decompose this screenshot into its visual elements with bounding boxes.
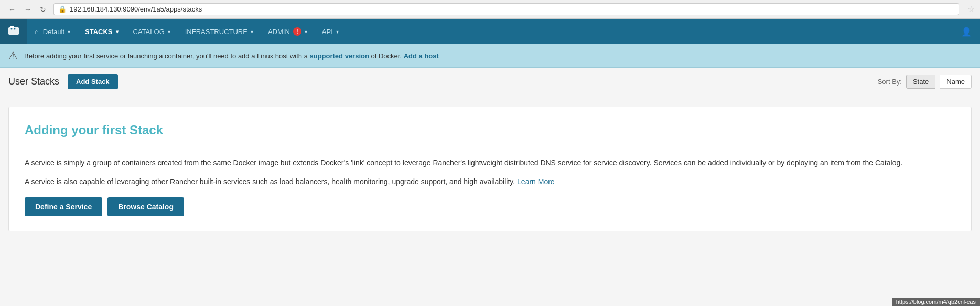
card-actions: Define a Service Browse Catalog (25, 197, 955, 216)
api-label: API (322, 28, 333, 36)
card-divider (25, 147, 955, 147)
warning-icon: ⚠ (8, 49, 18, 62)
svg-point-3 (14, 28, 16, 30)
admin-alert-badge: ! (293, 27, 301, 36)
add-host-link[interactable]: Add a host (404, 52, 439, 60)
browser-nav-buttons: ← → ↻ (5, 4, 49, 15)
browser-chrome: ← → ↻ 🔒 192.168.184.130:9090/env/1a5/app… (0, 0, 980, 19)
svg-rect-0 (8, 27, 19, 35)
back-button[interactable]: ← (5, 4, 19, 15)
warning-banner: ⚠ Before adding your first service or la… (0, 44, 980, 68)
catalog-caret-icon: ▾ (168, 29, 170, 35)
home-caret-icon: ▾ (68, 29, 70, 35)
warning-text-before: Before adding your first service or laun… (24, 52, 309, 60)
admin-caret-icon: ▾ (305, 29, 307, 35)
nav-home-label: Default (43, 28, 64, 36)
logo[interactable] (0, 19, 27, 44)
top-nav: ⌂ Default ▾ STACKS ▾ CATALOG ▾ INFRASTRU… (0, 19, 980, 44)
main-content: Adding your first Stack A service is sim… (0, 96, 980, 242)
nav-user-button[interactable]: 👤 (953, 27, 980, 37)
page-header: User Stacks Add Stack Sort By: State Nam… (0, 68, 980, 96)
sort-controls: Sort By: State Name (878, 75, 972, 89)
card-description-1: A service is simply a group of container… (25, 157, 955, 168)
stacks-label: STACKS (85, 28, 112, 36)
card-title: Adding your first Stack (25, 123, 955, 138)
nav-item-infrastructure[interactable]: INFRASTRUCTURE ▾ (178, 19, 261, 44)
url-text: 192.168.184.130:9090/env/1a5/apps/stacks (70, 5, 202, 13)
svg-rect-1 (10, 26, 14, 28)
nav-item-api[interactable]: API ▾ (315, 19, 346, 44)
admin-label: ADMIN (268, 28, 290, 36)
stack-info-card: Adding your first Stack A service is sim… (8, 107, 972, 231)
bookmark-button[interactable]: ☆ (967, 4, 975, 14)
learn-more-link[interactable]: Learn More (517, 177, 555, 186)
refresh-button[interactable]: ↻ (37, 4, 49, 15)
infrastructure-caret-icon: ▾ (251, 29, 253, 35)
nav-item-home[interactable]: ⌂ Default ▾ (27, 19, 78, 44)
catalog-label: CATALOG (133, 28, 165, 36)
sort-name-button[interactable]: Name (940, 75, 972, 89)
sort-state-button[interactable]: State (906, 75, 935, 89)
nav-items: ⌂ Default ▾ STACKS ▾ CATALOG ▾ INFRASTRU… (27, 19, 953, 44)
user-icon: 👤 (961, 27, 972, 36)
nav-item-stacks[interactable]: STACKS ▾ (78, 19, 125, 44)
supported-version-link[interactable]: supported version (309, 52, 369, 60)
learn-more-text: Learn More (517, 177, 555, 186)
svg-point-2 (11, 28, 13, 30)
home-icon: ⌂ (35, 28, 39, 36)
address-bar[interactable]: 🔒 192.168.184.130:9090/env/1a5/apps/stac… (53, 3, 959, 15)
infrastructure-label: INFRASTRUCTURE (185, 28, 247, 36)
forward-button[interactable]: → (21, 4, 35, 15)
warning-text: Before adding your first service or laun… (24, 52, 439, 60)
card-description-2-text: A service is also capable of leveraging … (25, 177, 515, 186)
api-caret-icon: ▾ (336, 29, 339, 35)
page-title: User Stacks (8, 76, 59, 87)
define-service-button[interactable]: Define a Service (25, 197, 102, 216)
add-stack-button[interactable]: Add Stack (68, 74, 118, 89)
nav-item-catalog[interactable]: CATALOG ▾ (126, 19, 178, 44)
card-description-2: A service is also capable of leveraging … (25, 176, 955, 187)
warning-text-middle: of Docker. (369, 52, 402, 60)
nav-item-admin[interactable]: ADMIN ! ▾ (261, 19, 315, 44)
lock-icon: 🔒 (58, 5, 67, 13)
stacks-caret-icon: ▾ (116, 29, 119, 35)
sort-by-label: Sort By: (878, 78, 902, 86)
browse-catalog-button[interactable]: Browse Catalog (107, 197, 184, 216)
